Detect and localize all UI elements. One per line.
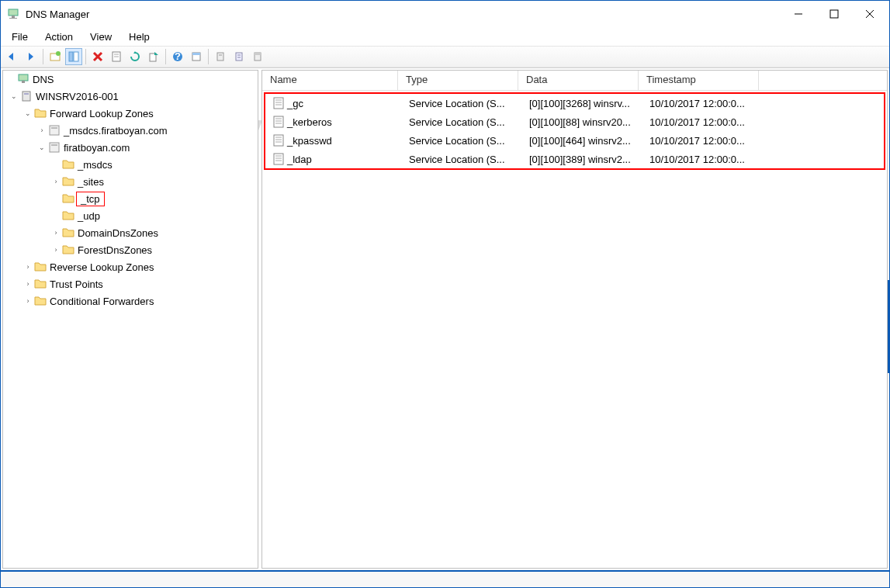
expander-closed-icon[interactable]: › — [50, 175, 62, 188]
action-3-button[interactable] — [249, 48, 266, 65]
zone-icon — [48, 124, 61, 137]
separator-icon — [208, 49, 209, 64]
svg-rect-28 — [19, 74, 28, 81]
tree-zone-msdcs[interactable]: › _msdcs.firatboyan.com — [3, 122, 258, 139]
minimize-button[interactable] — [781, 1, 816, 27]
dns-app-icon — [17, 73, 29, 85]
tree-root-dns[interactable]: DNS — [3, 71, 258, 88]
menubar: File Action View Help — [1, 27, 889, 46]
expander-closed-icon[interactable]: › — [22, 278, 34, 290]
filter-button[interactable] — [188, 48, 205, 65]
menu-action[interactable]: Action — [37, 29, 81, 44]
separator-icon — [85, 49, 86, 64]
folder-icon — [62, 209, 74, 222]
svg-rect-48 — [274, 154, 283, 164]
expander-open-icon[interactable]: ⌄ — [8, 90, 20, 102]
close-button[interactable] — [852, 1, 888, 27]
record-icon — [273, 116, 284, 128]
cell-timestamp: 10/10/2017 12:00:0... — [642, 116, 762, 128]
column-name[interactable]: Name — [262, 71, 398, 90]
expander-open-icon[interactable]: ⌄ — [36, 141, 48, 154]
list-row[interactable]: _ldap Service Location (S... [0][100][38… — [265, 150, 884, 168]
tree-label: _sites — [78, 176, 104, 188]
window: firatboyan.com DNS Manager File Action V… — [0, 0, 890, 588]
export-button[interactable] — [145, 48, 162, 65]
expander-open-icon[interactable]: ⌄ — [22, 107, 34, 119]
tree-folder-tcp[interactable]: _tcp — [3, 190, 258, 207]
tree-label: _msdcs.firatboyan.com — [64, 125, 168, 137]
expander-closed-icon[interactable]: › — [36, 124, 48, 137]
list-row[interactable]: _kpasswd Service Location (S... [0][100]… — [265, 131, 884, 150]
cell-type: Service Location (S... — [401, 154, 521, 165]
tree-folder-msdcs[interactable]: _msdcs — [3, 156, 258, 173]
tree-label: Conditional Forwarders — [50, 296, 154, 307]
tree-label: DNS — [33, 74, 54, 85]
cell-name: _kerberos — [287, 116, 332, 128]
tree-label: Reverse Lookup Zones — [50, 261, 154, 273]
svg-rect-2 — [9, 18, 17, 19]
folder-icon — [34, 107, 47, 119]
cell-data: [0][100][464] winsrv2... — [521, 135, 642, 147]
forward-button[interactable] — [23, 48, 40, 65]
list-row[interactable]: _kerberos Service Location (S... [0][100… — [265, 112, 884, 131]
help-button[interactable]: ? — [169, 48, 186, 65]
expander-closed-icon[interactable]: › — [22, 295, 34, 307]
folder-icon — [62, 175, 74, 188]
tree-folder-sites[interactable]: › _sites — [3, 173, 258, 190]
action-1-button[interactable] — [212, 48, 229, 65]
cell-name: _gc — [287, 98, 303, 109]
column-type[interactable]: Type — [398, 71, 518, 90]
svg-rect-31 — [24, 93, 29, 95]
expander-closed-icon[interactable]: › — [50, 244, 62, 256]
cell-data: [0][100][389] winsrv2... — [521, 154, 642, 165]
svg-rect-4 — [830, 10, 838, 18]
expander-closed-icon[interactable]: › — [22, 261, 34, 273]
tree-reverse-lookup-zones[interactable]: › Reverse Lookup Zones — [3, 258, 258, 275]
cell-timestamp: 10/10/2017 12:00:0... — [642, 154, 762, 165]
selection-highlight: _gc Service Location (S... [0][100][3268… — [264, 92, 885, 170]
delete-button[interactable] — [89, 48, 106, 65]
tree-folder-udp[interactable]: _udp — [3, 207, 258, 224]
refresh-button[interactable] — [126, 48, 144, 65]
tree-label: _udp — [78, 210, 100, 222]
column-timestamp[interactable]: Timestamp — [639, 71, 759, 90]
blank-expander-icon — [50, 158, 62, 171]
tree-zone-domain[interactable]: ⌄ firatboyan.com — [3, 139, 258, 156]
list-row[interactable]: _gc Service Location (S... [0][100][3268… — [265, 94, 884, 112]
new-button[interactable] — [47, 48, 64, 65]
menu-help[interactable]: Help — [121, 29, 158, 44]
tree-folder-fdz[interactable]: › ForestDnsZones — [3, 241, 258, 258]
svg-rect-36 — [274, 98, 283, 109]
expander-closed-icon[interactable]: › — [50, 227, 62, 239]
tree-server[interactable]: ⌄ WINSRV2016-001 — [3, 88, 258, 105]
blank-expander-icon — [50, 192, 62, 205]
back-button[interactable] — [4, 48, 21, 65]
blank-expander-icon — [5, 73, 17, 85]
menu-view[interactable]: View — [82, 29, 119, 44]
svg-rect-23 — [236, 53, 242, 61]
show-hide-tree-button[interactable] — [65, 48, 82, 65]
list-header: Name Type Data Timestamp — [262, 71, 887, 91]
tree-conditional-forwarders[interactable]: › Conditional Forwarders — [3, 292, 258, 310]
window-controls — [781, 1, 888, 27]
tree-label: DomainDnsZones — [78, 227, 158, 239]
action-2-button[interactable] — [230, 48, 248, 65]
svg-rect-44 — [274, 135, 283, 146]
svg-text:?: ? — [175, 51, 181, 62]
menu-file[interactable]: File — [4, 29, 36, 44]
svg-rect-40 — [274, 116, 283, 127]
column-data[interactable]: Data — [518, 71, 639, 90]
tree-pane[interactable]: DNS ⌄ WINSRV2016-001 ⌄ Forward Lookup Zo… — [2, 70, 258, 569]
list-pane[interactable]: Name Type Data Timestamp _gc Service Loc… — [261, 70, 888, 569]
separator-icon — [43, 49, 43, 64]
dns-app-icon — [7, 8, 19, 20]
record-icon — [273, 153, 284, 165]
tree: DNS ⌄ WINSRV2016-001 ⌄ Forward Lookup Zo… — [3, 71, 258, 310]
tree-forward-lookup-zones[interactable]: ⌄ Forward Lookup Zones — [3, 105, 258, 122]
tree-trust-points[interactable]: › Trust Points — [3, 275, 258, 292]
svg-point-8 — [56, 51, 61, 56]
maximize-button[interactable] — [816, 1, 852, 27]
tree-folder-ddz[interactable]: › DomainDnsZones — [3, 224, 258, 241]
properties-button[interactable] — [108, 48, 125, 65]
svg-rect-0 — [9, 9, 18, 16]
